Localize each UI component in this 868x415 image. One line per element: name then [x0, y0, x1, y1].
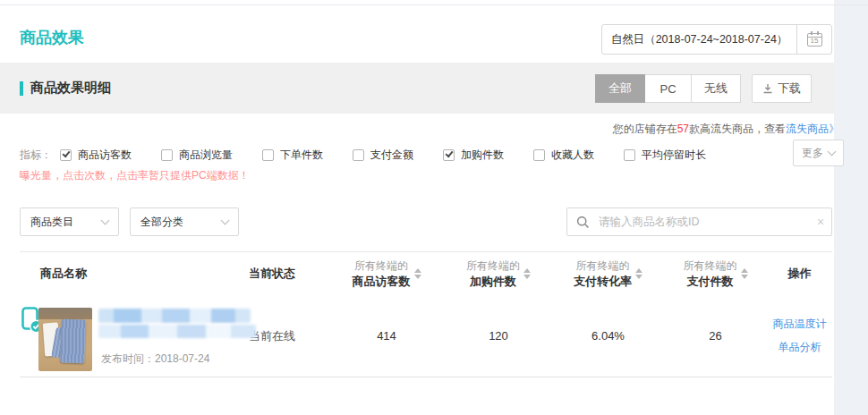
sort-icon[interactable] [523, 268, 531, 279]
paid-items-cell: 26 [664, 295, 767, 377]
col-header-visitors[interactable]: 所有终端的商品访客数 [328, 258, 445, 289]
conversion-cell: 6.04% [552, 295, 664, 377]
visitors-cell: 414 [328, 295, 445, 377]
metric-checkbox-favorites[interactable]: 收藏人数 [533, 148, 594, 163]
subcategory-select[interactable]: 全部分类 [130, 208, 239, 236]
section-header-band: 商品效果明细 全部 PC 无线 下载 [0, 63, 834, 114]
page-right-gutter [834, 0, 868, 415]
search-icon [576, 216, 590, 229]
metric-checkbox-pageviews[interactable]: 商品浏览量 [161, 148, 233, 163]
publish-time: 发布时间：2018-07-24 [101, 351, 209, 367]
product-table: 商品名称 当前状态 所有终端的商品访客数 所有终端的加购件数 所有终端的支付转化… [20, 251, 832, 377]
page-title: 商品效果 [20, 27, 84, 48]
checkbox-icon [262, 149, 274, 161]
single-item-analysis-link[interactable]: 单品分析 [779, 340, 821, 355]
accent-bar [20, 81, 23, 96]
metric-checkbox-stay-time[interactable]: 平均停留时长 [624, 148, 706, 163]
product-search-box [566, 208, 832, 236]
checkbox-icon [443, 149, 455, 161]
loss-products-notice: 您的店铺存在57款高流失商品，查看流失商品》 [613, 122, 839, 137]
more-metrics-button[interactable]: 更多 [793, 140, 844, 166]
section-title: 商品效果明细 [20, 63, 111, 114]
metric-checkbox-orders[interactable]: 下单件数 [262, 148, 323, 163]
search-input[interactable] [597, 215, 810, 229]
loss-count: 57 [677, 123, 689, 135]
calendar-icon: 15 [807, 33, 822, 47]
product-title-redacted[interactable] [98, 309, 251, 323]
checkbox-icon [60, 149, 72, 161]
col-header-product-name: 商品名称 [20, 266, 230, 282]
tab-pc[interactable]: PC [644, 74, 692, 103]
loss-products-link[interactable]: 流失商品》 [786, 123, 839, 135]
chevron-down-icon [101, 216, 110, 224]
product-title-redacted[interactable] [98, 325, 256, 338]
cart-items-cell: 120 [445, 295, 552, 377]
sort-icon[interactable] [414, 268, 421, 279]
metric-checkbox-visitors[interactable]: 商品访客数 [60, 148, 132, 163]
pc-data-warning: 曝光量，点击次数，点击率暂只提供PC端数据！ [20, 168, 250, 183]
col-header-status: 当前状态 [230, 266, 328, 282]
product-cell: 发布时间：2018-07-24 [20, 295, 230, 377]
col-header-conversion[interactable]: 所有终端的支付转化率 [552, 258, 664, 289]
product-thermometer-link[interactable]: 商品温度计 [773, 317, 827, 332]
table-header-row: 商品名称 当前状态 所有终端的商品访客数 所有终端的加购件数 所有终端的支付转化… [20, 252, 832, 295]
tab-all-terminals[interactable]: 全部 [595, 74, 645, 103]
top-divider [0, 4, 868, 5]
col-header-cart-items[interactable]: 所有终端的加购件数 [445, 258, 552, 289]
clear-search-icon[interactable] [810, 215, 831, 229]
checkbox-icon [353, 149, 364, 161]
metrics-row: 指标： 商品访客数 商品浏览量 下单件数 支付金额 加购件数 收藏人数 平均停留… [20, 141, 736, 168]
col-header-paid-items[interactable]: 所有终端的支付件数 [664, 258, 767, 289]
calendar-button[interactable]: 15 [796, 25, 831, 54]
checkbox-icon [533, 149, 545, 161]
download-button[interactable]: 下载 [752, 74, 812, 103]
product-thumbnail[interactable] [38, 308, 92, 371]
actions-cell: 商品温度计 单品分析 [767, 295, 832, 377]
chevron-down-icon [221, 216, 230, 224]
chevron-down-icon [828, 147, 837, 156]
category-select[interactable]: 商品类目 [20, 208, 119, 236]
tab-wireless[interactable]: 无线 [691, 74, 741, 103]
table-row: 发布时间：2018-07-24 当前在线 414 120 6.04% 26 商品… [20, 295, 832, 377]
date-range-label: 自然日（2018-07-24~2018-07-24） [602, 25, 796, 54]
metric-checkbox-payment-amount[interactable]: 支付金额 [353, 148, 413, 163]
checkbox-icon [161, 149, 173, 161]
metrics-label: 指标： [20, 148, 52, 163]
date-range-picker[interactable]: 自然日（2018-07-24~2018-07-24） 15 [601, 24, 832, 55]
metric-checkbox-cart-items[interactable]: 加购件数 [443, 148, 504, 163]
checkbox-icon [624, 149, 635, 161]
download-icon [762, 83, 773, 94]
sort-icon[interactable] [635, 268, 642, 279]
col-header-actions: 操作 [767, 266, 832, 282]
sort-icon[interactable] [741, 268, 748, 279]
